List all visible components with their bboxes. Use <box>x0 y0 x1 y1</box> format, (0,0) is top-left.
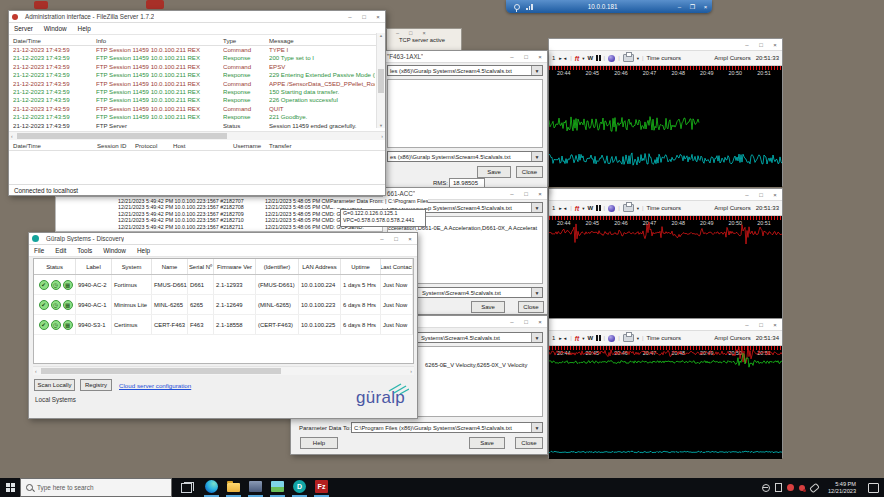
close-button[interactable]: × <box>533 188 547 199</box>
chevron-down-icon[interactable]: ▼ <box>531 66 542 75</box>
maximize-button[interactable]: □ <box>409 30 412 36</box>
close-button[interactable]: × <box>768 319 782 330</box>
close-button[interactable]: × <box>533 316 547 327</box>
chevron-down-icon[interactable]: ▼ <box>531 288 542 297</box>
time-cursors-button[interactable]: Time cursors <box>647 55 681 61</box>
sphere-icon[interactable] <box>608 205 615 212</box>
status-icon[interactable]: ✔ <box>39 320 49 330</box>
taskbar-app-filezilla[interactable]: Fz <box>314 478 329 497</box>
search-input[interactable]: Type here to search <box>20 478 172 497</box>
menu-item[interactable]: File <box>34 247 44 254</box>
status-icon[interactable]: ▦ <box>63 300 73 310</box>
param-from-combo[interactable]: les (x86)\Guralp Systems\Scream4.5\calva… <box>387 65 543 76</box>
filezilla-titlebar[interactable]: Administration interface - FileZilla Ser… <box>9 11 385 23</box>
ampl-cursors-button[interactable]: Ampl Cursors <box>714 335 750 341</box>
taskbar-app-discovery[interactable]: D <box>292 478 307 497</box>
log-row[interactable]: 21-12-2023 17:43:59FTP Session 11459 10.… <box>9 54 385 62</box>
save-button[interactable]: Save <box>469 437 505 449</box>
close-button[interactable]: × <box>371 11 385 22</box>
status-icon[interactable]: ◷ <box>51 280 61 290</box>
close-button[interactable]: × <box>403 233 417 244</box>
waveform-plot[interactable]: 20:4420:4520:4620:4720:4820:4920:5020:51 <box>549 346 782 459</box>
chevron-down-icon[interactable]: ▼ <box>531 333 542 342</box>
maximize-button[interactable]: □ <box>754 319 768 330</box>
menu-item[interactable]: Window <box>103 247 126 254</box>
print-icon[interactable] <box>623 204 634 212</box>
close-button[interactable]: × <box>533 51 547 62</box>
log-row[interactable]: 21-12-2023 17:43:59FTP Session 11459 10.… <box>9 113 385 121</box>
taskbar-app-explorer[interactable] <box>226 478 241 497</box>
minimize-button[interactable]: – <box>505 188 519 199</box>
minimize-button[interactable]: – <box>505 51 519 62</box>
chevron-down-icon[interactable]: ▼ <box>531 152 542 161</box>
ampl-cursors-button[interactable]: Ampl Cursors <box>714 205 750 211</box>
param-to-combo[interactable]: C:\Program Files (x86)\Guralp Systems\Sc… <box>351 422 543 433</box>
close-button[interactable]: Close <box>516 166 543 178</box>
close-button[interactable]: Close <box>515 437 543 449</box>
close-button[interactable]: Close <box>518 301 544 313</box>
sphere-icon[interactable] <box>608 335 615 342</box>
close-button[interactable]: × <box>768 189 782 200</box>
discovery-titlebar[interactable]: Güralp Systems - Discovery –□× <box>29 233 417 245</box>
cloud-config-link[interactable]: Cloud server configuration <box>119 382 191 389</box>
pause-icon[interactable] <box>596 205 601 211</box>
menu-item[interactable]: Help <box>137 247 150 254</box>
maximize-button[interactable]: □ <box>519 188 533 199</box>
log-row[interactable]: 21-12-2023 17:43:59FTP Session 11459 10.… <box>9 88 385 96</box>
maximize-button[interactable]: □ <box>519 51 533 62</box>
status-icon[interactable]: ✔ <box>39 300 49 310</box>
scrollbar-thumb[interactable] <box>17 133 227 139</box>
chevron-down-icon[interactable]: ▼ <box>531 203 542 212</box>
time-cursors-button[interactable]: Time cursors <box>647 205 681 211</box>
scan-locally-button[interactable]: Scan Locally <box>34 379 75 391</box>
pause-icon[interactable] <box>596 335 601 341</box>
chevron-down-icon[interactable]: ▾ <box>582 206 584 211</box>
maximize-button[interactable]: □ <box>357 11 371 22</box>
log-row[interactable]: 21-12-2023 17:43:59FTP Session 11459 10.… <box>9 80 385 88</box>
maximize-button[interactable]: □ <box>519 316 533 327</box>
filter-icon[interactable]: ft <box>575 205 579 212</box>
status-icon[interactable]: ✔ <box>39 280 49 290</box>
gain-icon[interactable]: W <box>587 205 593 211</box>
network-icon[interactable] <box>762 484 770 492</box>
minimize-button[interactable]: – <box>740 319 754 330</box>
skip-icon[interactable]: ►◄ <box>558 56 567 61</box>
registry-button[interactable]: Registry <box>80 379 112 391</box>
horizontal-scrollbar[interactable]: ‹ › <box>9 131 385 140</box>
start-button[interactable] <box>0 478 20 497</box>
minimize-button[interactable]: – <box>740 189 754 200</box>
discovery-header[interactable]: StatusLabelSystemNameSerial NºFirmware V… <box>34 259 413 275</box>
notification-center-icon[interactable] <box>868 483 879 493</box>
minimize-button[interactable]: – <box>375 233 389 244</box>
skip-icon[interactable]: ►◄ <box>558 206 567 211</box>
close-button[interactable]: × <box>768 39 782 50</box>
log-row[interactable]: 21-12-2023 17:43:59FTP Session 11459 10.… <box>9 71 385 79</box>
fz-session-columns[interactable]: Date/TimeSession IDProtocolHostUsernameT… <box>9 140 385 151</box>
status-badge-icon[interactable] <box>799 485 805 491</box>
param-to-combo[interactable]: es (x86)\Guralp Systems\Scream4.5\calval… <box>387 151 543 162</box>
save-button[interactable]: Save <box>477 166 511 178</box>
chevron-down-icon[interactable]: ▾ <box>637 336 639 341</box>
log-row[interactable]: 21-12-2023 17:43:59FTP ServerStatusSessi… <box>9 122 385 130</box>
status-icon[interactable]: ◷ <box>51 300 61 310</box>
scrollbar-thumb[interactable] <box>41 368 281 374</box>
log-row[interactable]: 21-12-2023 17:43:59FTP Session 11459 10.… <box>9 105 385 113</box>
gain-icon[interactable]: W <box>587 335 593 341</box>
save-button[interactable]: Save <box>471 301 505 313</box>
log-row[interactable]: 21-12-2023 17:43:59FTP Session 11459 10.… <box>9 63 385 71</box>
menu-item[interactable]: Window <box>44 25 67 32</box>
taskbar-app-scream[interactable] <box>248 478 263 497</box>
chevron-down-icon[interactable]: ▾ <box>582 336 584 341</box>
time-cursors-button[interactable]: Time cursors <box>647 335 681 341</box>
log-row[interactable]: 21-12-2023 17:43:59FTP Session 11459 10.… <box>9 46 385 54</box>
maximize-button[interactable]: □ <box>754 189 768 200</box>
close-button[interactable]: × <box>699 4 712 10</box>
filter-icon[interactable]: ft <box>575 55 579 62</box>
pin-icon[interactable] <box>514 4 520 10</box>
pause-icon[interactable] <box>596 55 601 61</box>
menu-item[interactable]: Help <box>78 25 91 32</box>
waveview-titlebar[interactable]: –□× <box>549 319 782 331</box>
horizontal-scrollbar[interactable]: ‹ › <box>33 366 414 375</box>
device-row[interactable]: ✔◷▦9940-AC-2FortimusFMUS-D661D6612.1-129… <box>34 275 413 295</box>
taskbar-clock[interactable]: 5:49 PM 12/21/2023 <box>828 481 856 495</box>
